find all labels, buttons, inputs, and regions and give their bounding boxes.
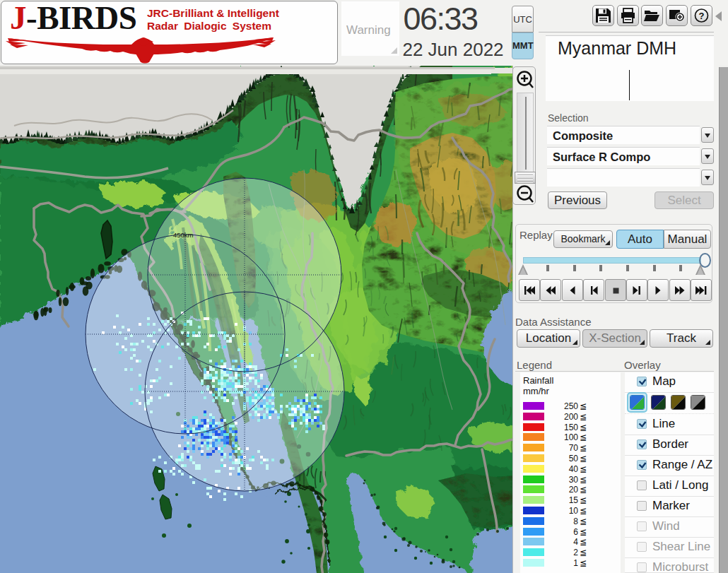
svg-text:?: ? (699, 11, 705, 21)
svg-text:450km: 450km (173, 231, 194, 239)
